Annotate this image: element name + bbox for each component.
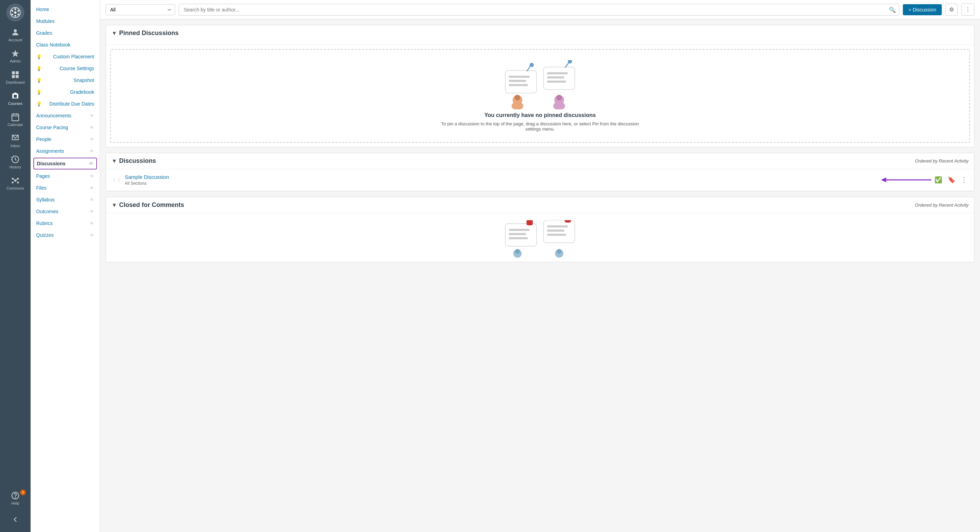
discussions-chevron[interactable]: ▼ — [111, 158, 117, 164]
svg-rect-28 — [509, 76, 530, 78]
course-pacing-eye-icon: 👁 — [90, 125, 94, 130]
closed-section-header-inner: ▼ Closed for Comments — [111, 202, 184, 209]
svg-rect-37 — [547, 72, 568, 74]
course-nav-home[interactable]: Home — [30, 3, 100, 15]
main-content: AllUnreadUngradedLockedUnpublished 🔍 + D… — [100, 0, 980, 532]
pinned-chevron[interactable]: ▼ — [111, 30, 117, 37]
drag-handle-icon[interactable]: ⋮⋮ — [111, 177, 121, 183]
search-container: 🔍 — [179, 4, 899, 16]
global-nav-history[interactable]: History — [0, 151, 30, 173]
global-nav-help-label: Help — [11, 501, 19, 505]
course-nav-grades[interactable]: Grades — [30, 27, 100, 39]
canvas-logo[interactable] — [6, 3, 24, 22]
announcements-eye-icon: 👁 — [90, 113, 94, 118]
svg-rect-13 — [12, 114, 19, 121]
collapse-nav-button[interactable] — [0, 511, 30, 529]
course-nav-distribute-due-dates[interactable]: 💡 Distribute Due Dates — [30, 98, 100, 110]
course-nav-discussions[interactable]: Discussions 👁 — [33, 158, 97, 170]
pinned-empty-title: You currently have no pinned discussions — [484, 112, 596, 118]
global-nav-help[interactable]: 8 Help — [0, 488, 30, 509]
discussions-ordered-by: Ordered by Recent Activity — [915, 158, 969, 164]
add-discussion-button[interactable]: + Discussion — [903, 4, 942, 15]
course-nav-files[interactable]: Files 👁 — [30, 182, 100, 194]
table-row: ⋮⋮ Sample Discussion All Sections ✅ 🔖 ⋮ — [106, 169, 974, 191]
svg-rect-44 — [553, 102, 565, 110]
course-nav-quizzes[interactable]: Quizzes 👁 — [30, 229, 100, 241]
outcomes-eye-icon: 👁 — [90, 209, 94, 214]
course-nav-snapshot[interactable]: 💡 Snapshot — [30, 74, 100, 86]
filter-select[interactable]: AllUnreadUngradedLockedUnpublished — [106, 4, 175, 15]
quizzes-eye-icon: 👁 — [90, 233, 94, 238]
closed-for-comments-section: ▼ Closed for Comments Ordered by Recent … — [106, 197, 974, 262]
pinned-section-header: ▼ Pinned Discussions — [111, 30, 179, 37]
global-nav-calendar[interactable]: Calendar — [0, 109, 30, 130]
closed-ordered-by: Ordered by Recent Activity — [915, 202, 969, 208]
closed-illustration — [106, 213, 974, 262]
course-nav-custom-placement[interactable]: 💡 Custom Placement — [30, 51, 100, 62]
search-input[interactable] — [179, 4, 899, 16]
global-nav-dashboard-label: Dashboard — [6, 80, 25, 84]
discussions-content: ▼ Pinned Discussions — [100, 19, 980, 532]
course-nav-syllabus[interactable]: Syllabus 👁 — [30, 194, 100, 206]
svg-point-43 — [556, 95, 562, 100]
discussions-toolbar: AllUnreadUngradedLockedUnpublished 🔍 + D… — [100, 0, 980, 19]
global-nav-dashboard[interactable]: Dashboard — [0, 67, 30, 88]
global-nav-inbox[interactable]: Inbox — [0, 130, 30, 151]
pinned-title: Pinned Discussions — [119, 30, 179, 37]
bookmark-button[interactable]: 🔖 — [946, 175, 957, 185]
global-nav-admin[interactable]: Admin — [0, 46, 30, 67]
svg-line-24 — [16, 179, 17, 180]
course-nav-people[interactable]: People 👁 — [30, 133, 100, 145]
svg-rect-58 — [547, 234, 566, 236]
pinned-illustration — [502, 60, 578, 112]
global-nav-commons-label: Commons — [6, 186, 24, 190]
course-nav-pages[interactable]: Pages 👁 — [30, 170, 100, 182]
svg-rect-57 — [547, 230, 564, 232]
assignments-eye-icon: 👁 — [90, 149, 94, 154]
closed-header: ▼ Closed for Comments Ordered by Recent … — [106, 197, 974, 213]
discussion-title-link[interactable]: Sample Discussion — [125, 174, 169, 180]
svg-point-3 — [18, 10, 19, 12]
discussions-section-header-inner: ▼ Discussions — [111, 157, 156, 165]
discussions-eye-icon: 👁 — [89, 161, 94, 166]
global-nav: Account Admin Dashboard Courses Calendar… — [0, 0, 30, 532]
people-eye-icon: 👁 — [90, 137, 94, 142]
discussion-info: Sample Discussion All Sections — [125, 174, 878, 186]
svg-point-32 — [530, 63, 534, 67]
search-button[interactable]: 🔍 — [889, 6, 896, 13]
course-nav-outcomes[interactable]: Outcomes 👁 — [30, 206, 100, 218]
svg-rect-29 — [509, 80, 526, 82]
course-nav-class-notebook[interactable]: Class Notebook — [30, 39, 100, 51]
course-nav-course-pacing[interactable]: Course Pacing 👁 — [30, 122, 100, 133]
svg-rect-9 — [12, 71, 15, 74]
svg-point-4 — [11, 14, 13, 15]
svg-point-34 — [515, 95, 520, 100]
global-nav-admin-label: Admin — [10, 59, 21, 63]
course-nav-assignments[interactable]: Assignments 👁 — [30, 145, 100, 157]
course-nav-modules[interactable]: Modules — [30, 15, 100, 27]
closed-chevron[interactable]: ▼ — [111, 202, 117, 208]
discussion-more-button[interactable]: ⋮ — [959, 175, 969, 185]
more-options-button[interactable]: ⋮ — [961, 3, 974, 16]
svg-rect-39 — [547, 81, 566, 83]
closed-svg-illustration — [502, 220, 578, 258]
rubrics-eye-icon: 👁 — [90, 221, 94, 226]
syllabus-eye-icon: 👁 — [90, 197, 94, 202]
publish-check-button[interactable]: ✅ — [933, 175, 943, 185]
pinned-discussions-section: ▼ Pinned Discussions — [106, 25, 974, 147]
svg-rect-49 — [509, 233, 526, 235]
course-nav-announcements[interactable]: Announcements 👁 — [30, 110, 100, 122]
global-nav-commons[interactable]: Commons — [0, 173, 30, 194]
course-nav-course-settings[interactable]: 💡 Course Settings — [30, 62, 100, 74]
global-nav-courses[interactable]: Courses — [0, 88, 30, 109]
svg-rect-50 — [509, 237, 528, 239]
global-nav-account-label: Account — [8, 38, 22, 42]
svg-point-20 — [17, 178, 19, 179]
svg-point-8 — [14, 29, 17, 32]
course-nav-gradebook[interactable]: 💡 Gradebook — [30, 86, 100, 98]
settings-button[interactable]: ⚙ — [945, 3, 958, 16]
svg-rect-10 — [16, 71, 19, 74]
global-nav-account[interactable]: Account — [0, 24, 30, 46]
discussions-header: ▼ Discussions Ordered by Recent Activity — [106, 153, 974, 169]
course-nav-rubrics[interactable]: Rubrics 👁 — [30, 218, 100, 229]
